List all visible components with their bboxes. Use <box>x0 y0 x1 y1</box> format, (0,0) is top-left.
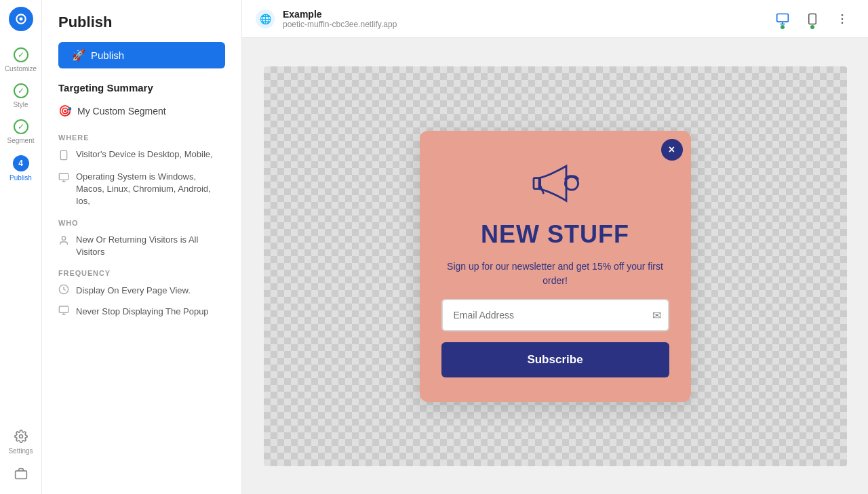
main-area: 🌐 Example poetic-muffin-cbc3ee.netlify.a… <box>242 0 868 494</box>
sidebar-item-style[interactable]: ✓ Style <box>0 78 41 114</box>
preview-canvas: × NEW STUFF Sign up for our newsletter a… <box>264 66 847 466</box>
style-label: Style <box>13 101 28 108</box>
publish-button-label: Publish <box>91 49 124 61</box>
targeting-who-text: New Or Returning Visitors is All Visitor… <box>76 234 225 258</box>
site-info: Example poetic-muffin-cbc3ee.netlify.app <box>283 9 762 29</box>
popup-subtitle: Sign up for our newsletter and get 15% o… <box>441 260 669 288</box>
sidebar-item-customize[interactable]: ✓ Customize <box>0 42 41 78</box>
left-nav: ✓ Customize ✓ Style ✓ Segment 4 Publish … <box>0 0 42 494</box>
frequency-never-row: Never Stop Displaying The Popup <box>42 302 241 321</box>
svg-point-21 <box>842 22 844 24</box>
publish-sidebar: Publish 🚀 Publish Targeting Summary 🎯 My… <box>42 0 242 494</box>
customize-check-icon: ✓ <box>14 47 28 62</box>
sidebar-item-briefcase[interactable] <box>0 460 41 487</box>
sidebar-item-segment[interactable]: ✓ Segment <box>0 114 41 150</box>
popup-email-input[interactable] <box>441 299 669 331</box>
mobile-active-dot <box>810 25 814 29</box>
mobile-view-button[interactable] <box>800 7 825 31</box>
site-name: Example <box>283 9 762 20</box>
popup-email-row: ✉ <box>441 299 669 331</box>
publish-button[interactable]: 🚀 Publish <box>58 42 225 68</box>
segment-row: 🎯 My Custom Segment <box>42 102 241 128</box>
monitor-icon <box>58 172 69 185</box>
app-logo[interactable] <box>9 7 33 31</box>
settings-icon <box>13 428 29 445</box>
publish-label: Publish <box>9 174 32 182</box>
sidebar-item-settings[interactable]: Settings <box>0 423 41 460</box>
popup-close-button[interactable]: × <box>661 139 683 161</box>
popup-title: NEW STUFF <box>481 220 629 249</box>
svg-point-1 <box>19 18 22 21</box>
preview-area: × NEW STUFF Sign up for our newsletter a… <box>242 38 868 494</box>
frequency-section-label: FREQUENCY <box>42 264 241 281</box>
svg-point-9 <box>62 236 65 240</box>
targeting-os-row: Operating System is Windows, Macos, Linu… <box>42 168 241 211</box>
desktop-active-dot <box>781 25 785 29</box>
targeting-os-text: Operating System is Windows, Macos, Linu… <box>76 171 225 208</box>
publish-step-badge: 4 <box>13 155 29 171</box>
svg-rect-11 <box>59 306 68 312</box>
briefcase-icon <box>13 466 29 482</box>
repeat-icon <box>58 305 69 318</box>
frequency-never-text: Never Stop Displaying The Popup <box>76 306 209 316</box>
top-bar: 🌐 Example poetic-muffin-cbc3ee.netlify.a… <box>242 0 868 38</box>
toolbar <box>770 7 854 31</box>
targeting-device-text: Visitor's Device is Desktop, Mobile, <box>76 148 213 161</box>
sidebar-title: Publish <box>42 0 241 42</box>
frequency-display-row: Display On Every Page View. <box>42 281 241 300</box>
popup-subscribe-button[interactable]: Subscribe <box>441 342 669 377</box>
email-icon: ✉ <box>652 308 661 321</box>
segment-emoji: 🎯 <box>58 104 72 117</box>
megaphone-icon <box>528 155 583 209</box>
site-url: poetic-muffin-cbc3ee.netlify.app <box>283 20 762 29</box>
svg-rect-14 <box>777 14 789 22</box>
svg-rect-17 <box>809 14 816 24</box>
popup-card: × NEW STUFF Sign up for our newsletter a… <box>420 131 691 402</box>
customize-label: Customize <box>5 65 37 73</box>
rocket-icon: 🚀 <box>72 49 85 62</box>
frequency-display-text: Display On Every Page View. <box>76 285 191 295</box>
segment-label: Segment <box>7 137 34 144</box>
svg-rect-4 <box>60 150 66 159</box>
svg-rect-6 <box>59 173 68 180</box>
sidebar-item-publish[interactable]: 4 Publish <box>0 150 41 187</box>
where-section-label: WHERE <box>42 128 241 146</box>
svg-point-2 <box>19 435 22 438</box>
settings-label: Settings <box>8 447 33 455</box>
targeting-summary-title: Targeting Summary <box>42 82 241 102</box>
svg-point-19 <box>842 14 844 16</box>
svg-rect-3 <box>15 471 26 479</box>
who-section-label: WHO <box>42 213 241 231</box>
user-icon <box>58 235 69 248</box>
style-check-icon: ✓ <box>14 83 28 98</box>
site-favicon: 🌐 <box>256 9 275 28</box>
targeting-device-row: Visitor's Device is Desktop, Mobile, <box>42 146 241 165</box>
device-icon <box>58 150 69 163</box>
clock-icon <box>58 284 69 297</box>
desktop-view-button[interactable] <box>770 7 795 31</box>
svg-point-20 <box>842 18 844 20</box>
segment-name: My Custom Segment <box>77 106 166 117</box>
more-options-button[interactable] <box>830 7 854 31</box>
segment-check-icon: ✓ <box>14 119 28 134</box>
targeting-who-row: New Or Returning Visitors is All Visitor… <box>42 231 241 261</box>
